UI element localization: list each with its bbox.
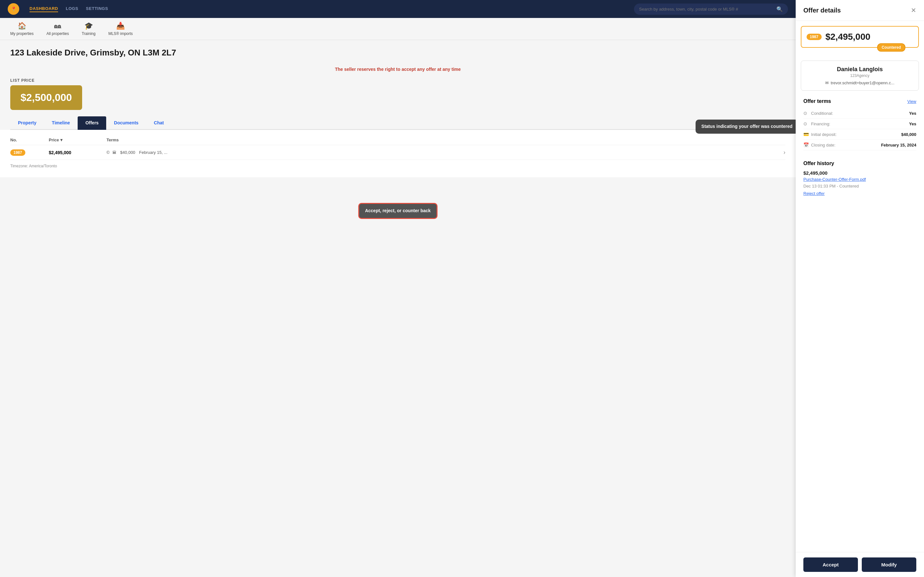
right-panel: Offer details ✕ 1987 $2,495,000 Countere… — [796, 0, 924, 577]
email-icon: ✉ — [825, 81, 829, 85]
top-navigation: 📍 DASHBOARD LOGS SETTINGS 🔍 — [0, 0, 796, 18]
training-icon: 🎓 — [84, 22, 93, 30]
agent-agency: 123Agency — [806, 73, 913, 78]
table-row[interactable]: 1987 $2,495,000 © 🏛 $40,000 February 15,… — [10, 145, 785, 160]
list-price-label: LIST PRICE — [10, 78, 785, 83]
col-header-terms: Terms — [107, 137, 785, 142]
conditional-icon: ⊙ — [803, 111, 811, 116]
agent-email: ✉ trevor.schmidt+buyer1@openn.c... — [806, 81, 913, 85]
conditional-icon: © — [107, 150, 110, 155]
deposit-label: Initial deposit: — [811, 132, 901, 137]
nav-settings[interactable]: SETTINGS — [86, 6, 108, 12]
offers-table: No. Price ▾ Terms 1987 $2,495,000 © — [0, 130, 796, 177]
history-date: Dec 13 01:33 PM - Countered — [803, 184, 916, 189]
closing-icon: 📅 — [803, 142, 811, 147]
timezone-note: Timezone: America/Toronto — [10, 160, 785, 172]
nav-links: DASHBOARD LOGS SETTINGS — [29, 6, 108, 12]
list-price-box: $2,500,000 — [10, 85, 82, 110]
tab-property[interactable]: Property — [10, 116, 44, 130]
history-amount: $2,495,000 — [803, 170, 916, 176]
tab-documents[interactable]: Documents — [106, 116, 146, 130]
modify-button[interactable]: Modify — [862, 558, 916, 572]
home-icon: 🏠 — [18, 22, 26, 30]
search-bar[interactable]: 🔍 — [634, 3, 788, 15]
offer-terms-cell: © 🏛 $40,000 February 15, ... — [107, 150, 783, 155]
deposit-value: $40,000 — [901, 132, 916, 137]
tab-offers[interactable]: Offers — [78, 116, 106, 130]
mls-imports-icon: 📥 — [116, 22, 125, 30]
term-deposit: 💳 Initial deposit: $40,000 — [803, 129, 916, 140]
seller-notice: The seller reserves the right to accept … — [0, 63, 796, 76]
history-document-link[interactable]: Purchase-Counter-Offer-Form.pdf — [803, 177, 916, 182]
conditional-value: Yes — [909, 111, 916, 116]
search-input[interactable] — [639, 7, 774, 11]
offer-no-cell: 1987 — [10, 150, 49, 155]
close-button[interactable]: ✕ — [911, 6, 916, 14]
agent-card: Daniela Langlois 123Agency ✉ trevor.schm… — [801, 61, 919, 91]
offer-card-badge: 1987 — [806, 34, 822, 40]
terms-icons: © 🏛 — [107, 150, 116, 155]
offer-card-amount: $2,495,000 — [825, 32, 871, 42]
second-navigation: 🏠 My properties 🏘 All properties 🎓 Train… — [0, 18, 796, 40]
nav-training-label: Training — [82, 31, 95, 36]
offer-badge: 1987 — [10, 149, 25, 156]
action-annotation: Accept, reject, or counter back — [359, 203, 438, 219]
tab-timeline[interactable]: Timeline — [44, 116, 78, 130]
panel-title: Offer details — [803, 7, 841, 14]
financing-value: Yes — [909, 121, 916, 126]
list-price-section: LIST PRICE $2,500,000 — [0, 76, 796, 116]
col-header-price: Price ▾ — [49, 137, 107, 142]
deposit-icon: 🏛 — [112, 150, 116, 155]
property-title: 123 Lakeside Drive, Grimsby, ON L3M 2L7 — [10, 48, 785, 58]
history-title: Offer history — [803, 161, 916, 166]
col-header-no: No. — [10, 137, 49, 142]
closing-value: February 15, 2024 — [881, 143, 916, 147]
row-expand-arrow[interactable]: › — [783, 149, 785, 156]
tab-chat[interactable]: Chat — [146, 116, 172, 130]
conditional-label: Conditional: — [811, 111, 909, 116]
offer-history-section: Offer history $2,495,000 Purchase-Counte… — [796, 155, 924, 201]
nav-item-training[interactable]: 🎓 Training — [82, 22, 95, 36]
reject-offer-link[interactable]: Reject offer — [803, 191, 825, 196]
closing-date: February 15, ... — [139, 150, 168, 155]
sort-icon: ▾ — [60, 137, 63, 142]
nav-mls-label: MLS® imports — [108, 31, 133, 36]
nav-dashboard[interactable]: DASHBOARD — [29, 6, 58, 12]
panel-header: Offer details ✕ — [796, 0, 924, 21]
view-terms-link[interactable]: View — [907, 99, 916, 104]
all-properties-icon: 🏘 — [54, 22, 61, 30]
offer-card: 1987 $2,495,000 Countered — [801, 26, 919, 48]
nav-all-properties-label: All properties — [47, 31, 69, 36]
offer-price-cell: $2,495,000 — [49, 150, 107, 155]
accept-button[interactable]: Accept — [803, 558, 858, 572]
financing-icon: ⊙ — [803, 121, 811, 126]
search-icon: 🔍 — [776, 6, 783, 12]
term-closing: 📅 Closing date: February 15, 2024 — [803, 140, 916, 150]
logo: 📍 — [8, 3, 19, 15]
nav-item-my-properties[interactable]: 🏠 My properties — [10, 22, 34, 36]
panel-footer: Accept Modify — [796, 552, 924, 577]
table-header: No. Price ▾ Terms — [10, 135, 785, 145]
nav-logs[interactable]: LOGS — [66, 6, 78, 12]
nav-item-mls-imports[interactable]: 📥 MLS® imports — [108, 22, 133, 36]
financing-label: Financing: — [811, 121, 909, 126]
terms-header: Offer terms View — [803, 98, 916, 104]
nav-my-properties-label: My properties — [10, 31, 34, 36]
deposit-term-icon: 💳 — [803, 132, 811, 137]
agent-name: Daniela Langlois — [806, 66, 913, 73]
term-financing: ⊙ Financing: Yes — [803, 119, 916, 129]
countered-badge: Countered — [877, 43, 905, 52]
property-header: 123 Lakeside Drive, Grimsby, ON L3M 2L7 — [0, 40, 796, 63]
term-conditional: ⊙ Conditional: Yes — [803, 108, 916, 119]
terms-title: Offer terms — [803, 98, 831, 104]
closing-label: Closing date: — [811, 143, 881, 147]
deposit-amount: $40,000 — [120, 150, 136, 155]
nav-item-all-properties[interactable]: 🏘 All properties — [47, 22, 69, 36]
tabs: Property Timeline Offers Documents Chat — [10, 116, 785, 130]
offer-terms-section: Offer terms View ⊙ Conditional: Yes ⊙ Fi… — [796, 93, 924, 155]
list-price-value: $2,500,000 — [21, 92, 72, 103]
